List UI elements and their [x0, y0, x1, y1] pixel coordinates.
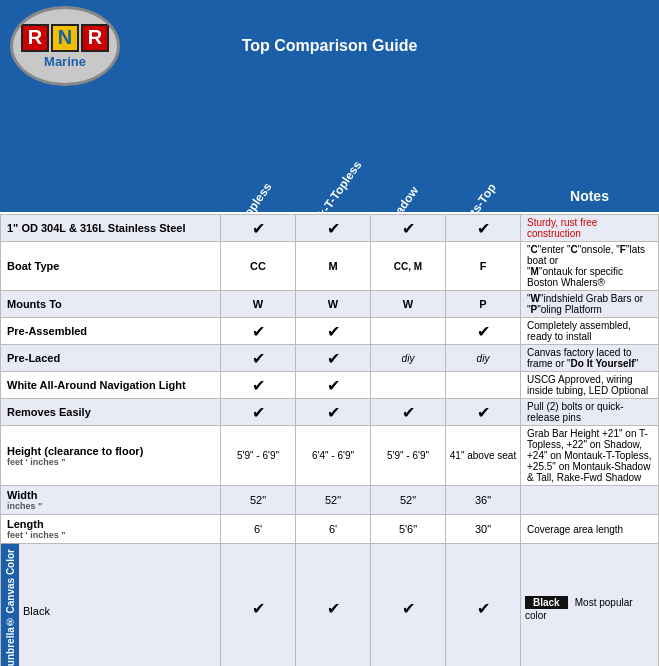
col-header-spacer — [0, 92, 220, 212]
length-col4: 30" — [446, 515, 521, 544]
col-header-shadow: Shadow — [370, 92, 445, 212]
mounts-to-notes: "W"indshield Grab Bars or "P"oling Platf… — [521, 291, 659, 318]
black-col3: ✔ — [371, 544, 446, 667]
nav-light-col3 — [371, 372, 446, 399]
table-row: Pre-Assembled ✔ ✔ ✔ Completely assembled… — [1, 318, 659, 345]
sunbrella-color-black-name: Black — [19, 544, 220, 666]
logo-r2: R — [81, 24, 109, 52]
removes-col4: ✔ — [446, 399, 521, 426]
height-label: Height (clearance to floor) feet ' inche… — [1, 426, 221, 486]
height-col1: 5'9" - 6'9" — [221, 426, 296, 486]
main-table: 1" OD 304L & 316L Stainless Steel ✔ ✔ ✔ … — [0, 214, 659, 666]
table-row: Length feet ' inches " 6' 6' 5'6" 30" Co… — [1, 515, 659, 544]
width-notes — [521, 486, 659, 515]
table-row: Pre-Laced ✔ ✔ diy diy Canvas factory lac… — [1, 345, 659, 372]
col-header-shadow-label: Shadow — [384, 184, 422, 212]
black-swatch: Black — [525, 596, 568, 609]
stainless-col3: ✔ — [371, 215, 446, 242]
mounts-to-col4: P — [446, 291, 521, 318]
mounts-to-col1: W — [221, 291, 296, 318]
pre-laced-col1: ✔ — [221, 345, 296, 372]
col-header-flats: Flats-Top — [445, 92, 520, 212]
sunbrella-section-label: Sunbrella® Canvas Color Black — [1, 544, 221, 667]
col-header-montauk: Montauk-T-Topless — [295, 92, 370, 212]
logo-letters: R N R — [21, 24, 109, 52]
height-notes: Grab Bar Height +21" on T-Topless, +22" … — [521, 426, 659, 486]
mounts-to-col3: W — [371, 291, 446, 318]
col-header-notes-label: Notes — [570, 188, 609, 204]
mounts-to-label: Mounts To — [1, 291, 221, 318]
table-row: Boat Type CC M CC, M F "C"enter "C"onsol… — [1, 242, 659, 291]
logo-r1: R — [21, 24, 49, 52]
boat-type-col4: F — [446, 242, 521, 291]
nav-light-col1: ✔ — [221, 372, 296, 399]
header: R N R Marine Top Comparison Guide — [0, 0, 659, 92]
pre-laced-label: Pre-Laced — [1, 345, 221, 372]
stainless-label: 1" OD 304L & 316L Stainless Steel — [1, 215, 221, 242]
logo: R N R Marine — [10, 6, 120, 86]
pre-assembled-col2: ✔ — [296, 318, 371, 345]
width-unit: inches " — [7, 501, 214, 511]
width-col1: 52" — [221, 486, 296, 515]
pre-assembled-col1: ✔ — [221, 318, 296, 345]
page-title: Top Comparison Guide — [120, 37, 539, 55]
stainless-col4: ✔ — [446, 215, 521, 242]
col-header-notes: Notes — [520, 92, 659, 212]
table-row: Height (clearance to floor) feet ' inche… — [1, 426, 659, 486]
nav-light-notes: USCG Approved, wiring inside tubing, LED… — [521, 372, 659, 399]
pre-assembled-label: Pre-Assembled — [1, 318, 221, 345]
table-row: Mounts To W W W P "W"indshield Grab Bars… — [1, 291, 659, 318]
logo-marine: Marine — [44, 54, 86, 69]
width-col3: 52" — [371, 486, 446, 515]
pre-assembled-col3 — [371, 318, 446, 345]
page: R N R Marine Top Comparison Guide T-Topl… — [0, 0, 659, 666]
height-unit: feet ' inches " — [7, 457, 214, 467]
boat-type-notes: "C"enter "C"onsole, "F"lats boat or"M"on… — [521, 242, 659, 291]
height-col2: 6'4" - 6'9" — [296, 426, 371, 486]
length-col3: 5'6" — [371, 515, 446, 544]
logo-n: N — [51, 24, 79, 52]
stainless-notes: Sturdy, rust free construction — [521, 215, 659, 242]
col-header-montauk-label: Montauk-T-Topless — [295, 158, 365, 212]
col-header-flats-label: Flats-Top — [457, 181, 499, 212]
height-col3: 5'9" - 6'9" — [371, 426, 446, 486]
black-col2: ✔ — [296, 544, 371, 667]
pre-laced-col3: diy — [371, 345, 446, 372]
table-row: 1" OD 304L & 316L Stainless Steel ✔ ✔ ✔ … — [1, 215, 659, 242]
pre-laced-notes: Canvas factory laced to frame or "Do It … — [521, 345, 659, 372]
black-col4: ✔ — [446, 544, 521, 667]
table-row: Removes Easily ✔ ✔ ✔ ✔ Pull (2) bolts or… — [1, 399, 659, 426]
removes-notes: Pull (2) bolts or quick-release pins — [521, 399, 659, 426]
nav-light-col4 — [446, 372, 521, 399]
width-col2: 52" — [296, 486, 371, 515]
col-header-t-topless: T-Topless — [220, 92, 295, 212]
removes-col2: ✔ — [296, 399, 371, 426]
mounts-to-col2: W — [296, 291, 371, 318]
table-row: White All-Around Navigation Light ✔ ✔ US… — [1, 372, 659, 399]
removes-col3: ✔ — [371, 399, 446, 426]
stainless-col1: ✔ — [221, 215, 296, 242]
stainless-col2: ✔ — [296, 215, 371, 242]
pre-laced-col2: ✔ — [296, 345, 371, 372]
col-header-t-topless-label: T-Topless — [231, 180, 274, 212]
sunbrella-vertical-label: Sunbrella® Canvas Color — [1, 544, 19, 666]
boat-type-col2: M — [296, 242, 371, 291]
boat-type-col1: CC — [221, 242, 296, 291]
pre-assembled-col4: ✔ — [446, 318, 521, 345]
length-unit: feet ' inches " — [7, 530, 214, 540]
table-row: Width inches " 52" 52" 52" 36" — [1, 486, 659, 515]
height-col4: 41" above seat — [446, 426, 521, 486]
nav-light-label: White All-Around Navigation Light — [1, 372, 221, 399]
length-col2: 6' — [296, 515, 371, 544]
removes-label: Removes Easily — [1, 399, 221, 426]
black-col1: ✔ — [221, 544, 296, 667]
pre-laced-col4: diy — [446, 345, 521, 372]
boat-type-label: Boat Type — [1, 242, 221, 291]
width-label: Width inches " — [1, 486, 221, 515]
boat-type-col3: CC, M — [371, 242, 446, 291]
length-label: Length feet ' inches " — [1, 515, 221, 544]
column-headers: T-Topless Montauk-T-Topless Shadow Flats… — [0, 92, 659, 214]
removes-col1: ✔ — [221, 399, 296, 426]
black-notes: Black Most popular color — [521, 544, 659, 667]
pre-assembled-notes: Completely assembled, ready to install — [521, 318, 659, 345]
